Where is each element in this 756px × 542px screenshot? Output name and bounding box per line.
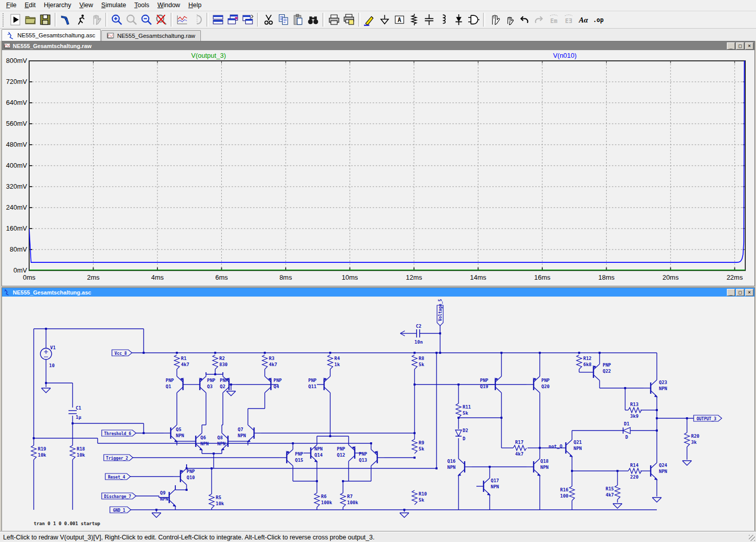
waveform-maximize-button[interactable]: □ (736, 42, 744, 50)
waveform-close-button[interactable]: × (745, 42, 753, 50)
undo-icon[interactable] (517, 12, 532, 27)
tab-NE555_Gesamtschaltung.raw[interactable]: NE555_Gesamtschaltung.raw (101, 30, 201, 41)
flag-reset-4[interactable]: Reset_4 (105, 473, 130, 480)
find-icon[interactable] (306, 12, 320, 27)
cut-icon[interactable] (261, 12, 276, 27)
component-Q17[interactable] (476, 474, 491, 499)
pan-icon[interactable] (88, 12, 103, 27)
capacitor-icon[interactable] (422, 12, 437, 27)
rotate-icon[interactable]: EƎ (561, 12, 576, 27)
halt-icon[interactable] (74, 12, 88, 27)
component-R16[interactable] (569, 486, 575, 501)
component-icon[interactable] (466, 12, 481, 27)
spice-directive-text[interactable]: tran 0 1 0 0.001 startup (34, 521, 101, 526)
component-D2[interactable] (455, 430, 462, 436)
component-D1[interactable] (623, 427, 630, 434)
run-icon[interactable] (8, 12, 23, 27)
zoom-in-icon[interactable] (109, 12, 124, 27)
component-R15[interactable] (615, 485, 620, 500)
control-panel-icon[interactable] (59, 12, 74, 27)
component-Q13[interactable] (371, 445, 384, 470)
tile-vertical-icon[interactable] (240, 12, 255, 27)
copy-icon[interactable] (276, 12, 291, 27)
wire-icon[interactable] (362, 12, 377, 27)
legend-V(n010)[interactable]: V(n010) (553, 52, 577, 59)
legend-V(output_3)[interactable]: V(output_3) (191, 52, 226, 59)
text-icon[interactable]: Aα (576, 12, 591, 27)
cascade-windows-icon[interactable] (225, 12, 240, 27)
menu-view[interactable]: View (75, 1, 97, 10)
waveform-window-titlebar[interactable]: NE555_Gesamtschaltung.raw _ □ × (2, 41, 754, 50)
zoom-full-extents-icon[interactable] (154, 12, 169, 27)
component-R4[interactable] (328, 355, 333, 369)
component-Q24[interactable] (644, 459, 658, 483)
diode-icon[interactable] (451, 12, 466, 27)
component-Q7[interactable] (247, 421, 261, 445)
component-R13[interactable] (628, 408, 642, 413)
schematic-maximize-button[interactable]: □ (736, 289, 744, 296)
redo-icon[interactable] (532, 12, 546, 27)
zoom-back-icon[interactable] (124, 12, 139, 27)
zoom-out-icon[interactable] (139, 12, 154, 27)
flag-output-3[interactable]: OUTPUT_3 (694, 415, 722, 421)
waveform-minimize-button[interactable]: _ (727, 42, 735, 50)
menu-tools[interactable]: Tools (130, 1, 153, 10)
open-icon[interactable] (23, 12, 38, 27)
print-icon[interactable] (327, 12, 341, 27)
component-Q15[interactable] (280, 445, 293, 470)
component-Q18[interactable] (526, 455, 541, 479)
menu-simulate[interactable]: Simulate (97, 1, 130, 10)
component-R18[interactable] (70, 445, 75, 460)
component-R17[interactable] (513, 445, 526, 450)
schematic-minimize-button[interactable]: _ (727, 289, 735, 296)
schematic-window-titlebar[interactable]: NE555_Gesamtschaltung.asc _ □ × (2, 288, 754, 297)
resize-grip[interactable] (749, 535, 755, 541)
component-R9[interactable] (412, 439, 417, 454)
component-Q16[interactable] (457, 455, 472, 479)
flag-trigger-2[interactable]: Trigger_2 (104, 455, 133, 461)
resistor-icon[interactable] (407, 12, 422, 27)
menu-window[interactable]: Window (153, 1, 184, 10)
component-R5[interactable] (209, 494, 214, 508)
component-Q11[interactable] (317, 372, 330, 397)
component-R14[interactable] (628, 468, 642, 473)
waveform-plot[interactable]: V(output_3)V(n010)0mV80mV160mV240mV320mV… (3, 51, 754, 285)
label-net-icon[interactable]: A (392, 12, 407, 27)
print-preview-icon[interactable] (341, 12, 356, 27)
tile-horizontal-icon[interactable] (211, 12, 225, 27)
save-icon[interactable] (38, 12, 53, 27)
ground-icon[interactable] (377, 12, 392, 27)
component-R7[interactable] (340, 493, 346, 507)
component-R3[interactable] (262, 355, 267, 369)
fft-icon[interactable] (190, 12, 204, 27)
component-R12[interactable] (577, 355, 582, 369)
component-R20[interactable] (684, 433, 690, 447)
component-R6[interactable] (314, 493, 319, 507)
drag-icon[interactable] (502, 12, 517, 27)
autorange-icon[interactable] (175, 12, 190, 27)
paste-icon[interactable] (291, 12, 306, 27)
flag-gnd-1[interactable]: GND_1 (110, 507, 131, 513)
flag-threshold-6[interactable]: Threshold_6 (102, 430, 136, 436)
component-Q23[interactable] (644, 376, 658, 400)
component-C1[interactable] (68, 411, 77, 414)
component-R19[interactable] (31, 445, 36, 460)
component-Q10[interactable] (173, 464, 187, 489)
flag-discharge-7[interactable]: Discharge_7 (102, 493, 136, 499)
component-R11[interactable] (456, 403, 461, 418)
flag-voltage-5[interactable]: Voltage_5 (437, 299, 443, 326)
component-R1[interactable] (174, 355, 179, 369)
menu-edit[interactable]: Edit (20, 1, 40, 10)
component-C2[interactable] (417, 329, 420, 337)
spice-directive-icon[interactable]: .op (591, 12, 606, 27)
tab-NE555_Gesamtschaltung.asc[interactable]: NE555_Gesamtschaltung.asc (2, 29, 101, 41)
menu-hierarchy[interactable]: Hierarchy (40, 1, 76, 10)
menu-file[interactable]: File (2, 1, 20, 10)
component-Q20[interactable] (526, 372, 540, 397)
component-Q3[interactable] (193, 372, 206, 397)
menu-help[interactable]: Help (184, 1, 205, 10)
component-R10[interactable] (412, 490, 417, 505)
flag-vcc-8[interactable]: Vcc_8 (112, 350, 132, 356)
component-Q1[interactable] (177, 372, 190, 397)
schematic-close-button[interactable]: × (745, 289, 753, 296)
